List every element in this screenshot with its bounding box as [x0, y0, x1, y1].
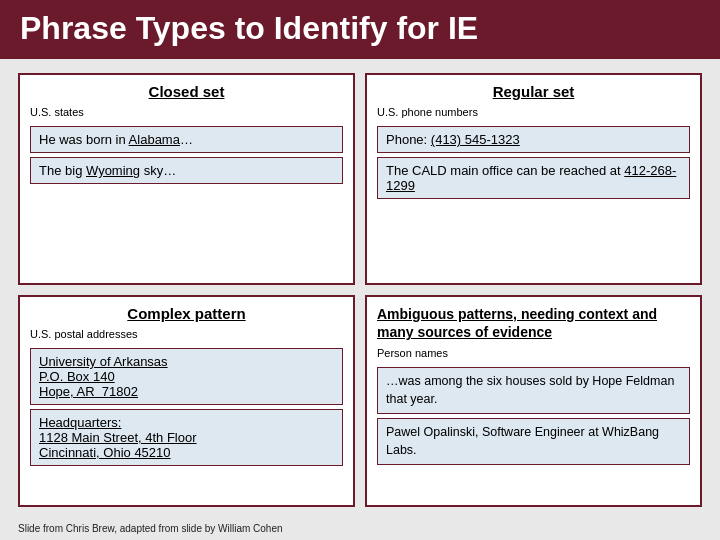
title-bar: Phrase Types to Identify for IE	[0, 0, 720, 59]
card-title-regular-set: Regular set	[377, 83, 690, 100]
example-regular-1: Phone: (413) 545-1323	[377, 126, 690, 153]
card-closed-set: Closed set U.S. states He was born in Al…	[18, 73, 355, 285]
slide-footer: Slide from Chris Brew, adapted from slid…	[0, 521, 301, 536]
example-closed-2: The big Wyoming sky…	[30, 157, 343, 184]
underline-phone2: 412-268-1299	[386, 163, 676, 193]
underline-ambiguous-title: Ambiguous patterns, needing context and …	[377, 306, 657, 340]
card-subtitle-complex-pattern: U.S. postal addresses	[30, 328, 343, 340]
card-subtitle-ambiguous: Person names	[377, 347, 690, 359]
example-regular-2: The CALD main office can be reached at 4…	[377, 157, 690, 199]
slide-title: Phrase Types to Identify for IE	[20, 10, 700, 47]
content-grid: Closed set U.S. states He was born in Al…	[0, 59, 720, 513]
card-title-ambiguous: Ambiguous patterns, needing context and …	[377, 305, 690, 341]
underline-address2: Headquarters:1128 Main Street, 4th Floor…	[39, 415, 197, 460]
card-subtitle-closed-set: U.S. states	[30, 106, 343, 118]
underline-wyoming: Wyoming	[86, 163, 140, 178]
example-ambiguous-1: …was among the six houses sold by Hope F…	[377, 367, 690, 414]
underline-alabama: Alabama	[129, 132, 180, 147]
card-title-complex-pattern: Complex pattern	[30, 305, 343, 322]
underline-phone1: (413) 545-1323	[431, 132, 520, 147]
card-regular-set: Regular set U.S. phone numbers Phone: (4…	[365, 73, 702, 285]
card-complex-pattern: Complex pattern U.S. postal addresses Un…	[18, 295, 355, 507]
underline-address1: University of ArkansasP.O. Box 140Hope, …	[39, 354, 168, 399]
card-title-closed-set: Closed set	[30, 83, 343, 100]
card-subtitle-regular-set: U.S. phone numbers	[377, 106, 690, 118]
slide: Phrase Types to Identify for IE Closed s…	[0, 0, 720, 540]
example-complex-1: University of ArkansasP.O. Box 140Hope, …	[30, 348, 343, 405]
example-complex-2: Headquarters:1128 Main Street, 4th Floor…	[30, 409, 343, 466]
underline-pawel: Pawel Opalinski	[386, 425, 475, 439]
example-closed-1: He was born in Alabama…	[30, 126, 343, 153]
card-ambiguous-patterns: Ambiguous patterns, needing context and …	[365, 295, 702, 507]
example-ambiguous-2: Pawel Opalinski, Software Engineer at Wh…	[377, 418, 690, 465]
underline-hope-feldman: Hope Feldman	[592, 374, 674, 388]
